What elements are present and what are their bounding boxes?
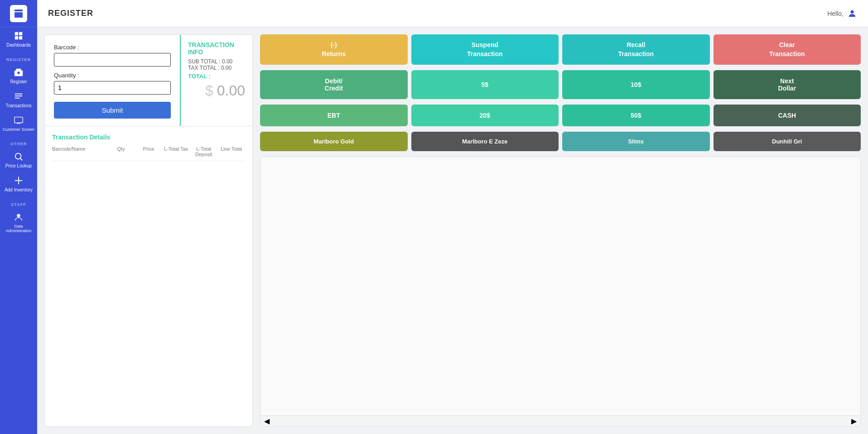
debit-credit-button[interactable]: Debit/ Credit <box>260 70 408 99</box>
svg-rect-5 <box>19 36 22 39</box>
svg-point-18 <box>17 214 20 217</box>
sidebar-item-dashboards[interactable]: Dashboards <box>0 27 37 51</box>
barcode-form: Barcode : Quantity : Submit <box>45 35 181 126</box>
recall-transaction-button[interactable]: Recall Transaction <box>562 34 710 65</box>
svg-rect-7 <box>16 69 21 72</box>
sidebar-item-data-administration[interactable]: Data Administration <box>0 209 37 237</box>
table-header: Barcode/Name Qty Price L-Total Tax L-Tot… <box>52 146 245 161</box>
dollar-sign: $ <box>205 82 213 99</box>
returns-line1: (-) <box>264 41 404 50</box>
tax-total-value: 0.00 <box>221 65 231 71</box>
quick-items: Marlboro Gold Marlboro E Zeze Slims Dunh… <box>260 132 861 151</box>
barcode-input[interactable] <box>54 53 171 67</box>
marlboro-gold-button[interactable]: Marlboro Gold <box>260 132 408 151</box>
col-barcode-name: Barcode/Name <box>52 146 107 157</box>
transaction-details: Transaction Details Barcode/Name Qty Pri… <box>44 126 253 427</box>
sidebar-item-customer-screen[interactable]: Customer Screen <box>0 112 37 135</box>
twenty-dollar-button[interactable]: 20$ <box>411 105 559 126</box>
sidebar-section-other: OTHER <box>0 142 37 146</box>
marlboro-gold-label: Marlboro Gold <box>313 138 354 145</box>
next-dollar-line2: Dollar <box>717 85 858 92</box>
quantity-label: Quantity : <box>54 72 171 79</box>
table-body <box>52 165 245 255</box>
suspend-line2: Transaction <box>415 50 555 59</box>
ebt-button[interactable]: EBT <box>260 105 408 126</box>
dunhill-gri-button[interactable]: Dunhill Gri <box>714 132 861 151</box>
returns-button[interactable]: (-) Returns <box>260 34 408 65</box>
clear-transaction-button[interactable]: Clear Transaction <box>714 34 861 65</box>
left-panel: Barcode : Quantity : Submit TRANSACTION … <box>44 34 253 427</box>
barcode-label: Barcode : <box>54 44 171 51</box>
transaction-info-title: TRANSACTION INFO <box>188 41 245 56</box>
scroll-left-icon[interactable]: ◀ <box>264 417 270 425</box>
fifty-dollar-button[interactable]: 50$ <box>562 105 710 126</box>
col-line-total: Line Total <box>217 146 245 157</box>
tax-total-label: TAX TOTAL : <box>188 65 219 71</box>
clear-line1: Clear <box>717 41 858 50</box>
next-dollar-line1: Next <box>717 77 858 85</box>
sidebar-section-register: REGISTER <box>0 57 37 62</box>
col-qty: Qty <box>107 146 135 157</box>
quantity-input[interactable] <box>54 81 171 95</box>
debit-line1: Debit/ <box>264 77 404 85</box>
svg-rect-13 <box>17 123 20 124</box>
debit-line2: Credit <box>264 85 404 92</box>
suspend-line1: Suspend <box>415 41 555 50</box>
total-label: TOTAL : <box>188 73 245 80</box>
scroll-right-icon[interactable]: ▶ <box>851 417 857 425</box>
action-buttons: (-) Returns Suspend Transaction Recall T… <box>260 34 861 65</box>
clear-line2: Transaction <box>717 50 858 59</box>
tax-total-row: TAX TOTAL : 0.00 <box>188 65 245 71</box>
marlboro-e-zeze-button[interactable]: Marlboro E Zeze <box>411 132 559 151</box>
twenty-dollar-label: 20$ <box>480 112 490 119</box>
quantity-field-row: Quantity : <box>54 72 171 95</box>
dunhill-gri-label: Dunhill Gri <box>772 138 802 145</box>
svg-line-15 <box>20 158 22 160</box>
svg-rect-17 <box>18 177 19 185</box>
svg-point-8 <box>17 72 20 74</box>
sidebar-item-price-lookup[interactable]: Price Lookup <box>0 148 37 172</box>
page-title: REGISTER <box>48 9 93 18</box>
sidebar-item-label: Add Inventory <box>5 187 33 192</box>
svg-rect-2 <box>15 32 18 35</box>
svg-rect-4 <box>15 36 18 39</box>
barcode-field-row: Barcode : <box>54 44 171 67</box>
quick-items-scroll-area[interactable]: ◀ ▶ <box>260 157 861 427</box>
recall-line2: Transaction <box>566 50 706 59</box>
svg-rect-11 <box>15 98 20 99</box>
next-dollar-button[interactable]: Next Dollar <box>714 70 861 99</box>
submit-button[interactable]: Submit <box>54 102 171 119</box>
slims-button[interactable]: Slims <box>562 132 710 151</box>
sidebar-item-label: Dashboards <box>6 43 31 48</box>
recall-line1: Recall <box>566 41 706 50</box>
sidebar-section-staff: STAFF <box>0 202 37 207</box>
sidebar-item-label: Transactions <box>6 103 32 108</box>
transaction-details-title: Transaction Details <box>52 134 245 141</box>
payment-row-1: Debit/ Credit 5$ 10$ Next Dollar <box>260 70 861 99</box>
cash-button[interactable]: CASH <box>714 105 861 126</box>
sub-total-row: SUB TOTAL : 0.00 <box>188 58 245 65</box>
sidebar-item-add-inventory[interactable]: Add Inventory <box>0 172 37 196</box>
sidebar-item-label: Data Administration <box>2 224 35 233</box>
sidebar-item-label: Register <box>10 79 27 84</box>
svg-rect-12 <box>14 117 23 123</box>
user-icon <box>847 9 857 19</box>
svg-point-19 <box>850 10 854 13</box>
ten-dollar-label: 10$ <box>631 81 641 88</box>
sidebar-item-transactions[interactable]: Transactions <box>0 88 37 112</box>
col-l-total-deposit: L-Total Deposit <box>190 146 217 157</box>
sidebar-logo <box>0 0 37 27</box>
five-dollar-label: 5$ <box>481 81 488 88</box>
five-dollar-button[interactable]: 5$ <box>411 70 559 99</box>
marlboro-e-zeze-label: Marlboro E Zeze <box>462 138 507 145</box>
page-body: Barcode : Quantity : Submit TRANSACTION … <box>37 27 868 434</box>
sub-total-label: SUB TOTAL : <box>188 58 221 65</box>
fifty-dollar-label: 50$ <box>631 112 641 119</box>
suspend-transaction-button[interactable]: Suspend Transaction <box>411 34 559 65</box>
col-l-total-tax: L-Total Tax <box>162 146 190 157</box>
ten-dollar-button[interactable]: 10$ <box>562 70 710 99</box>
sidebar-item-register[interactable]: Register <box>0 64 37 88</box>
svg-rect-9 <box>15 94 23 95</box>
svg-rect-0 <box>14 10 23 11</box>
svg-point-14 <box>15 153 21 159</box>
